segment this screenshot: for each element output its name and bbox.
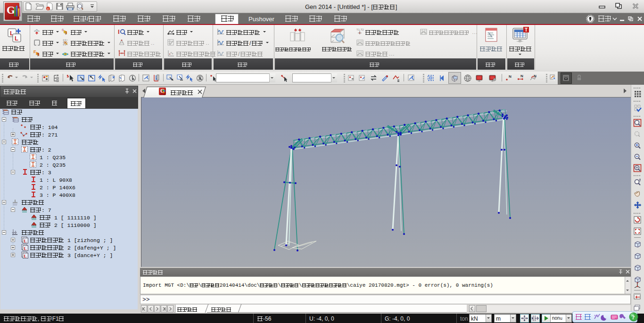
svg-text:I: I xyxy=(37,53,38,57)
svg-text:N: N xyxy=(534,74,537,78)
svg-text:i: i xyxy=(48,7,49,11)
svg-text:T: T xyxy=(525,27,528,32)
svg-text:I: I xyxy=(65,32,66,36)
svg-text:N: N xyxy=(509,74,512,79)
svg-text:I: I xyxy=(118,28,120,35)
svg-text:T1,T2: T1,T2 xyxy=(356,28,364,31)
svg-text:L: L xyxy=(15,35,18,42)
svg-text:?: ? xyxy=(632,314,635,321)
svg-text:N: N xyxy=(520,74,523,78)
